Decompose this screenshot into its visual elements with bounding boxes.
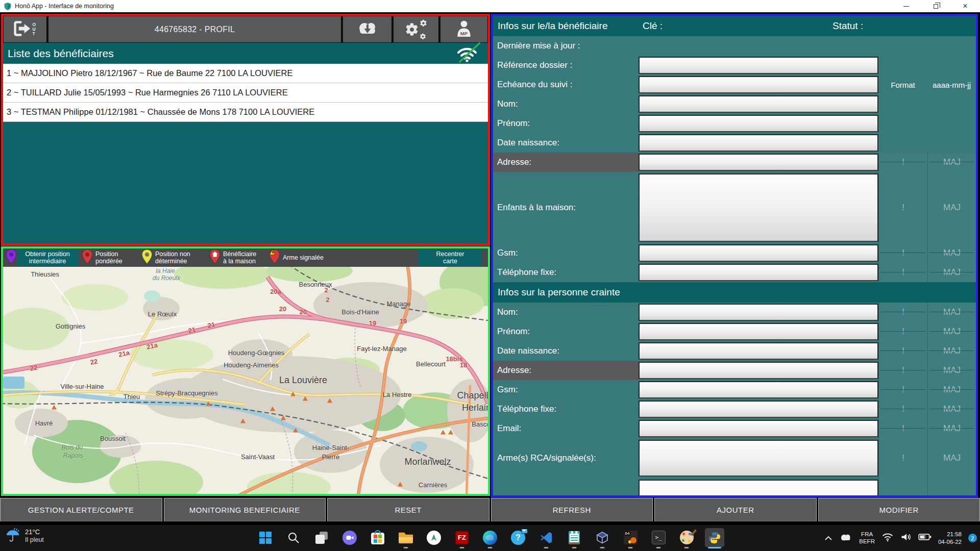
taskbar-icon-mail[interactable]: ? [508, 527, 528, 548]
notification-badge[interactable]: 2 [968, 534, 977, 542]
list-item[interactable]: 3 ~ TESTMAN Philippe 01/12/1981 ~ Chauss… [3, 103, 488, 122]
maj-button[interactable]: MAJ [927, 322, 976, 341]
taskbar-icon-file-explorer[interactable] [396, 527, 416, 548]
maj-button[interactable]: MAJ [927, 419, 976, 438]
maj-button[interactable]: MAJ [927, 478, 976, 497]
refresh-button[interactable]: REFRESH [491, 498, 653, 521]
maj-button[interactable]: MAJ [927, 303, 976, 322]
weather-widget[interactable]: 21°C Il pleut [5, 528, 44, 545]
field-cell [639, 56, 878, 75]
logout-button[interactable]: OUT [4, 16, 46, 42]
maj-button[interactable]: MAJ [927, 263, 976, 282]
input-field[interactable] [639, 323, 878, 340]
warn-button[interactable]: ! [878, 419, 927, 438]
maj-button[interactable]: MAJ [927, 380, 976, 399]
field-label: Dernière mise à jour : [493, 36, 639, 56]
monitoring-beneficiaire-button[interactable]: MONITORING BENEFICIAIRE [164, 498, 326, 521]
warn-button[interactable]: ! [878, 153, 927, 172]
taskbar-icon-app-64[interactable]: 64 [620, 527, 641, 548]
input-field[interactable] [639, 400, 878, 418]
language-indicator[interactable]: FRA BEFR [859, 531, 875, 545]
input-field[interactable] [639, 115, 878, 132]
textarea-field[interactable] [639, 173, 878, 242]
settings-button[interactable] [394, 16, 438, 42]
minimize-button[interactable] [891, 0, 921, 12]
poi-triangle-icon [281, 416, 286, 420]
form-row: Email:!MAJ [493, 419, 976, 438]
warn-button[interactable]: ! [878, 322, 927, 341]
warn-button[interactable]: ! [878, 438, 927, 478]
volume-icon[interactable] [900, 533, 912, 543]
taskbar-icon-vscode[interactable] [536, 527, 556, 548]
input-field[interactable] [639, 342, 878, 360]
tray-wifi-icon[interactable] [881, 533, 894, 544]
input-field[interactable] [639, 244, 878, 262]
taskbar-icon-virtualbox[interactable] [592, 527, 612, 548]
taskbar-icon-store[interactable] [368, 527, 388, 548]
map-place-label: la Haie [156, 267, 175, 274]
field-label: Enfants à la maison: [493, 172, 639, 243]
mp-account-button[interactable]: MP [440, 16, 487, 42]
modifier-button[interactable]: MODIFIER [818, 498, 980, 521]
maj-button[interactable]: MAJ [927, 361, 976, 380]
warn-button[interactable]: ! [878, 263, 927, 282]
taskbar-icon-filezilla[interactable]: FZ [452, 527, 472, 548]
list-item[interactable]: 2 ~ TUILLARD Julie 15/05/1993 ~ Rue Harm… [3, 83, 488, 103]
input-field[interactable] [639, 264, 878, 281]
warn-button[interactable]: ! [878, 380, 927, 399]
reset-button[interactable]: RESET [327, 498, 489, 521]
gestion-alerte-compte-button[interactable]: GESTION ALERTE/COMPTE [0, 498, 162, 521]
input-field[interactable] [639, 381, 878, 398]
warn-button[interactable]: ! [878, 478, 927, 497]
taskbar-icon-python[interactable] [704, 527, 725, 548]
empty-cell [878, 133, 927, 153]
taskbar-icons: FZ?64>_ [255, 527, 725, 548]
tray-chevron-icon[interactable] [824, 534, 832, 543]
taskbar-icon-android-studio[interactable] [424, 527, 444, 548]
legend-recentrer-carte[interactable]: Recentrercarte [419, 249, 482, 266]
maj-button[interactable]: MAJ [927, 341, 976, 361]
field-cell [639, 94, 878, 114]
maj-button[interactable]: MAJ [927, 438, 976, 478]
taskbar-icon-chat[interactable] [339, 527, 360, 548]
restore-button[interactable] [921, 0, 950, 12]
input-field[interactable] [639, 362, 878, 379]
taskbar-icon-notepad[interactable] [564, 527, 584, 548]
input-field[interactable] [639, 134, 878, 152]
textarea-field[interactable] [639, 440, 878, 477]
maj-button[interactable]: MAJ [927, 172, 976, 243]
input-field[interactable] [639, 76, 878, 93]
field-cell [639, 341, 878, 361]
battery-icon[interactable] [918, 533, 932, 543]
list-item[interactable]: 1 ~ MAJJOLINO Pietro 18/12/1967 ~ Rue de… [3, 64, 488, 83]
taskbar-icon-task-view[interactable] [311, 527, 332, 548]
onedrive-icon[interactable] [839, 533, 852, 543]
map-place-label: Havré [35, 419, 53, 427]
input-field[interactable] [639, 420, 878, 437]
input-field[interactable] [639, 95, 878, 113]
map[interactable]: Thieusiesla Haiedu RoeulxBesonrieuxLe Rœ… [3, 267, 488, 494]
taskbar-icon-start[interactable] [255, 527, 276, 548]
warn-button[interactable]: ! [878, 172, 927, 243]
input-field[interactable] [639, 57, 878, 74]
maj-button[interactable]: MAJ [927, 399, 976, 419]
maj-button[interactable]: MAJ [927, 243, 976, 263]
download-button[interactable] [343, 16, 391, 42]
warn-button[interactable]: ! [878, 361, 927, 380]
legend-obtenir-position-intermediaire[interactable]: Obtenir positionintermédiaire [6, 249, 78, 266]
close-button[interactable]: × [950, 0, 980, 12]
warn-button[interactable]: ! [878, 303, 927, 322]
ajouter-button[interactable]: AJOUTER [654, 498, 817, 521]
warn-button[interactable]: ! [878, 243, 927, 263]
textarea-field[interactable] [639, 480, 878, 497]
taskbar-icon-paint[interactable] [676, 527, 697, 548]
taskbar-icon-terminal[interactable]: >_ [648, 527, 669, 548]
warn-button[interactable]: ! [878, 399, 927, 419]
taskbar-icon-search[interactable] [283, 527, 304, 548]
input-field[interactable] [639, 304, 878, 321]
warn-button[interactable]: ! [878, 341, 927, 361]
taskbar-icon-edge[interactable] [480, 527, 500, 548]
clock[interactable]: 21:58 04-06-22 [938, 531, 962, 546]
input-field[interactable] [639, 154, 878, 171]
maj-button[interactable]: MAJ [927, 153, 976, 172]
